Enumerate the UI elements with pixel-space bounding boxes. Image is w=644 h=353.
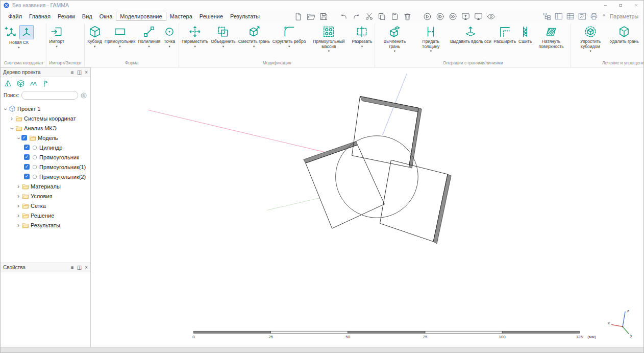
chevron-down-icon[interactable]: ▾: [194, 45, 195, 49]
close-button[interactable]: [628, 1, 643, 10]
display-icon[interactable]: [474, 12, 483, 21]
close-icon[interactable]: ×: [85, 70, 88, 75]
tree-item-project[interactable]: › Проект 1: [1, 104, 90, 113]
viewport[interactable]: 0 25 50 75 100 125 (мм) z: [91, 67, 643, 347]
chevron-down-icon[interactable]: ▾: [148, 45, 150, 49]
tree-item-coordinate-systems[interactable]: › Системы координат: [1, 113, 90, 123]
simplify-cuboid-button[interactable]: Упростить кубоидом ▾: [573, 24, 608, 53]
new-document-icon[interactable]: [294, 12, 303, 21]
checkbox-checked-icon[interactable]: ✓: [24, 174, 30, 179]
extend-button[interactable]: Расширить: [492, 24, 517, 44]
chevron-down-icon[interactable]: ▾: [18, 46, 19, 50]
tree-item-fem-analysis[interactable]: › Анализ МКЭ: [1, 123, 90, 133]
new-cs-button[interactable]: Новая СК ▾: [3, 24, 35, 49]
minimize-button[interactable]: [598, 1, 613, 10]
chevron-down-icon[interactable]: ▾: [253, 45, 255, 49]
visibility-icon[interactable]: [487, 12, 496, 21]
expander-icon[interactable]: ›: [9, 125, 16, 131]
chevron-down-icon[interactable]: ▾: [119, 45, 120, 49]
tree-item-rectangle-1[interactable]: ✓ Прямоугольник(1): [1, 162, 90, 172]
chevron-down-icon[interactable]: ▾: [288, 45, 290, 49]
tree-item-materials[interactable]: › Материалы: [1, 181, 90, 191]
tab-modeling[interactable]: Моделирование: [116, 12, 166, 21]
share-screen-icon[interactable]: [461, 12, 470, 21]
redo-icon[interactable]: [352, 12, 361, 21]
tab-results[interactable]: Результаты: [227, 12, 263, 20]
chevron-down-icon[interactable]: ▾: [394, 50, 395, 53]
delete-face-button[interactable]: Удалить грань: [609, 24, 640, 44]
checkbox-checked-icon[interactable]: ✓: [24, 145, 30, 150]
open-icon[interactable]: [307, 12, 315, 21]
point-button[interactable]: Точка ▾: [162, 24, 177, 48]
dock-icon[interactable]: ◫: [77, 265, 82, 270]
report-panel-icon[interactable]: [578, 12, 586, 20]
polyline-button[interactable]: Полилиния ▾: [137, 24, 161, 48]
expander-icon[interactable]: ›: [15, 193, 21, 200]
axes-selected-icon[interactable]: [19, 25, 34, 39]
tab-view[interactable]: Вид: [79, 12, 96, 20]
chevron-down-icon[interactable]: ▾: [430, 50, 432, 53]
extrude-along-axis-button[interactable]: Выдавить вдоль оси: [449, 24, 492, 44]
extract-face-button[interactable]: Вычленить грань ▾: [377, 24, 412, 53]
tab-mode[interactable]: Режим: [54, 12, 79, 20]
collapse-ribbon-icon[interactable]: ^: [602, 14, 606, 19]
dock-icon[interactable]: ◫: [77, 70, 82, 75]
table-panel-icon[interactable]: [566, 12, 575, 20]
zigzag-view-icon[interactable]: [29, 79, 38, 88]
tab-home[interactable]: Главная: [26, 12, 54, 20]
move-button[interactable]: Переместить ▾: [181, 24, 209, 48]
chevron-down-icon[interactable]: ▾: [168, 45, 170, 49]
maximize-button[interactable]: [613, 1, 628, 10]
tree-item-mesh[interactable]: › Сетка: [1, 201, 90, 210]
tab-solution[interactable]: Решение: [196, 12, 227, 20]
tree-item-solution[interactable]: › Решение: [1, 210, 90, 220]
checkbox-checked-icon[interactable]: ✓: [24, 164, 30, 170]
delete-icon[interactable]: [403, 12, 412, 21]
cuboid-button[interactable]: Кубоид ▾: [86, 24, 103, 48]
model[interactable]: [304, 74, 451, 244]
tab-wizards[interactable]: Мастера: [166, 12, 196, 20]
chevron-down-icon[interactable]: ▾: [361, 45, 363, 49]
split-button[interactable]: Разрезать ▾: [351, 24, 373, 48]
search-input[interactable]: [21, 91, 79, 100]
copy-icon[interactable]: [378, 12, 386, 21]
union-button[interactable]: Объединить ▾: [210, 24, 237, 48]
tree-item-cylinder[interactable]: ✓ Цилиндр: [1, 143, 90, 152]
expander-icon[interactable]: ›: [15, 202, 21, 209]
tree-item-rectangle-2[interactable]: ✓ Прямоугольник(2): [1, 172, 90, 181]
parameters-button[interactable]: Параметры: [610, 13, 638, 19]
viewport-canvas[interactable]: 0 25 50 75 100 125 (мм) z: [91, 67, 643, 347]
thicken-button[interactable]: Придать толщину ▾: [413, 24, 449, 53]
expander-icon[interactable]: ›: [15, 222, 21, 229]
tree-item-conditions[interactable]: › Условия: [1, 191, 90, 201]
expander-icon[interactable]: ›: [15, 212, 21, 219]
rectangle-button[interactable]: Прямоугольник ▾: [104, 24, 136, 48]
expander-icon[interactable]: ›: [15, 135, 22, 141]
sew-button[interactable]: Сшить: [517, 24, 533, 44]
menu-icon[interactable]: ≡: [71, 265, 74, 270]
rectangular-array-button[interactable]: Прямоугольный массив ▾: [307, 24, 350, 53]
offset-face-button[interactable]: Сместить грань ▾: [237, 24, 271, 48]
chevron-down-icon[interactable]: ▾: [589, 50, 591, 53]
import-button[interactable]: Импорт ▾: [48, 24, 65, 48]
tree-panel-icon[interactable]: [543, 12, 551, 20]
menu-icon[interactable]: ≡: [71, 70, 74, 75]
tree-item-model[interactable]: › ✓ Модель: [1, 133, 90, 143]
tree-item-results[interactable]: › Результаты: [1, 220, 90, 230]
print-icon[interactable]: [590, 12, 598, 20]
chevron-down-icon[interactable]: ▾: [94, 45, 95, 49]
expander-icon[interactable]: ›: [15, 183, 21, 190]
run-fast-icon[interactable]: [449, 12, 457, 21]
run-icon[interactable]: [423, 12, 432, 21]
probe-view-icon[interactable]: [42, 79, 51, 88]
run-step-icon[interactable]: [436, 12, 444, 21]
heal-geometry-button[interactable]: Лечить геометрию: [640, 24, 643, 49]
fillet-edge-button[interactable]: Скруглить ребро ▾: [271, 24, 307, 48]
stretch-surface-button[interactable]: Натянуть поверхность: [533, 24, 569, 49]
close-icon[interactable]: ×: [85, 265, 88, 270]
tab-windows[interactable]: Окна: [96, 12, 116, 20]
chevron-down-icon[interactable]: ▾: [328, 50, 330, 53]
layout-panel-icon[interactable]: [555, 12, 563, 20]
search-options-icon[interactable]: [80, 92, 87, 99]
checkbox-checked-icon[interactable]: ✓: [24, 154, 30, 160]
